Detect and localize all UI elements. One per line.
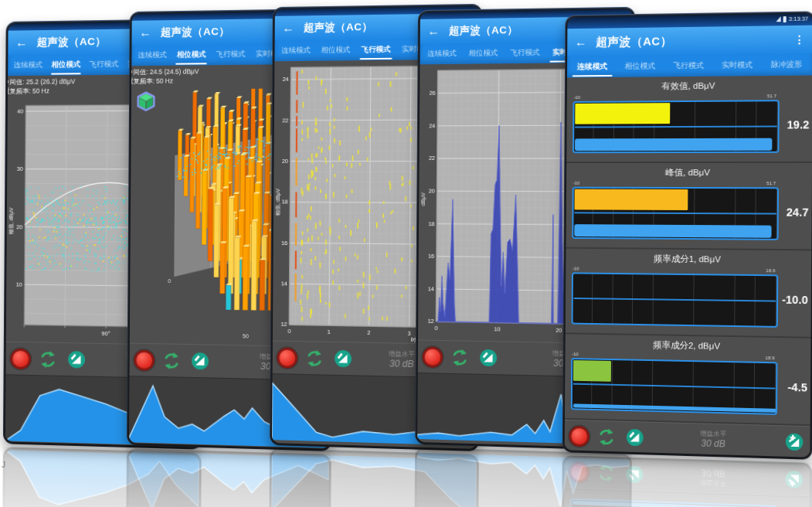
gauge-value: -4.5 [787,381,807,394]
svg-text:90°: 90° [101,330,110,337]
refresh-button[interactable] [597,427,617,446]
gain-plus-button[interactable] [785,432,804,451]
back-button[interactable]: ← [575,36,587,49]
svg-text:10: 10 [16,281,22,288]
page-title: 超声波（AC） [304,20,373,35]
tab-连续模式[interactable]: 连续模式 [276,40,316,61]
phone-screen-continuous-mode: 3:13:37 ← 超声波（AC） ⋮ 连续模式相位模式飞行模式实时模式脉冲波形… [562,11,812,459]
gauge-title: 频率成分1, dBμV [566,249,811,267]
refresh-button[interactable] [39,349,58,369]
gauge-mid-line [573,383,775,390]
clock-text: 3:13:37 [789,15,809,22]
svg-text:20: 20 [16,223,22,230]
gauge-min-label: -10 [572,352,578,356]
gauge-list: 有效值, dBμV-1051.719.2峰值, dBμV-1051.724.7频… [565,75,812,426]
tab-脉冲波形[interactable]: 脉冲波形 [762,53,811,76]
refresh-button[interactable] [162,351,182,370]
svg-text:18: 18 [428,220,434,227]
record-button[interactable] [136,352,152,368]
gauge-peak-bar [574,224,771,238]
tab-连续模式[interactable]: 连续模式 [569,56,617,77]
tab-实时模式[interactable]: 实时模式 [712,54,762,77]
back-button[interactable]: ← [139,26,151,39]
tab-连续模式[interactable]: 连续模式 [133,45,172,66]
gauge-mid-line [574,212,776,214]
tab-相位模式[interactable]: 相位模式 [316,39,356,60]
gain-button[interactable] [191,352,209,370]
svg-text:dBμV: dBμV [420,192,426,206]
gauge-peak-bar [575,138,772,151]
svg-text:12: 12 [427,318,433,325]
svg-text:24: 24 [429,122,435,129]
svg-text:14: 14 [428,285,434,292]
tab-飞行模式[interactable]: 飞行模式 [664,55,713,77]
tab-飞行模式[interactable]: 飞行模式 [504,43,545,64]
gauge-bar-area [571,358,778,415]
cube-3d-toggle-icon[interactable] [136,91,157,112]
svg-text:20: 20 [429,188,435,195]
svg-text:0: 0 [168,278,171,284]
gain-button[interactable] [479,349,498,367]
gauge-panel-3: 频率成分1, dBμV-1018.9-10.0 [566,249,812,339]
svg-text:22: 22 [429,155,435,162]
record-button[interactable] [571,427,587,444]
gauge-title: 有效值, dBμV [567,75,812,93]
svg-text:18: 18 [281,199,287,206]
gauge-fill-bar [575,103,670,124]
overflow-menu-icon[interactable]: ⋮ [794,33,805,46]
signal-icon [776,16,780,22]
gauge-value: 19.2 [787,118,810,131]
refresh-button[interactable] [305,349,324,368]
svg-text:40: 40 [17,108,23,115]
gain-button[interactable] [334,349,352,368]
svg-text:24: 24 [283,76,289,83]
svg-text:50: 50 [243,333,249,339]
refresh-button[interactable] [450,348,470,367]
gauge-min-label: -10 [574,95,580,100]
tab-飞行模式[interactable]: 飞行模式 [211,44,250,66]
svg-text:20: 20 [282,158,288,165]
svg-text:0: 0 [287,328,290,335]
gauge-min-label: -10 [573,181,579,185]
gauge-max-label: 51.7 [766,181,776,185]
back-button[interactable]: ← [15,36,28,49]
control-bar: 增益水平 30 dB [565,420,810,458]
tab-相位模式[interactable]: 相位模式 [463,43,505,63]
page-title: 超声波（AC） [596,34,672,49]
back-button[interactable]: ← [427,25,440,39]
gain-level: 增益水平 30 dB [700,430,726,451]
gain-button[interactable] [67,350,86,369]
tab-相位模式[interactable]: 相位模式 [616,55,664,77]
svg-text:幅值, dBμV: 幅值, dBμV [8,207,15,234]
tab-飞行模式[interactable]: 飞行模式 [85,54,124,76]
svg-text:14: 14 [281,281,287,288]
tab-相位模式[interactable]: 相位模式 [172,44,211,65]
gauge-max-label: 18.9 [766,356,775,360]
tab-相位模式[interactable]: 相位模式 [47,54,85,75]
corner-artifact-glyph: J [2,461,5,469]
tab-bar: 连续模式相位模式飞行模式实时模式脉冲波形 [567,53,812,77]
svg-text:10: 10 [494,325,500,332]
record-button[interactable] [279,349,295,366]
svg-text:3: 3 [408,330,411,337]
gain-level: 增益水平 30 dB [389,350,415,370]
gauge-mid-line [574,298,776,302]
status-bar-right: 3:13:37 [776,15,808,23]
svg-text:16: 16 [281,240,287,247]
gauge-title: 峰值, dBμV [566,163,812,179]
svg-text:26: 26 [430,90,436,97]
svg-text:20: 20 [555,327,562,334]
tab-连续模式[interactable]: 连续模式 [9,55,47,76]
tab-连续模式[interactable]: 连续模式 [421,43,462,64]
gauge-panel-2: 峰值, dBμV-1051.724.7 [566,163,812,250]
gauge-fill-bar [575,189,688,210]
record-button[interactable] [425,349,441,365]
page-title: 超声波（AC） [37,35,107,49]
gain-button[interactable] [626,428,644,447]
tab-飞行模式[interactable]: 飞行模式 [355,39,396,61]
back-button[interactable]: ← [282,21,294,35]
gauge-bar-area [572,187,779,240]
battery-icon [783,16,787,22]
gauge-bar-area [572,272,779,328]
record-button[interactable] [12,350,29,366]
